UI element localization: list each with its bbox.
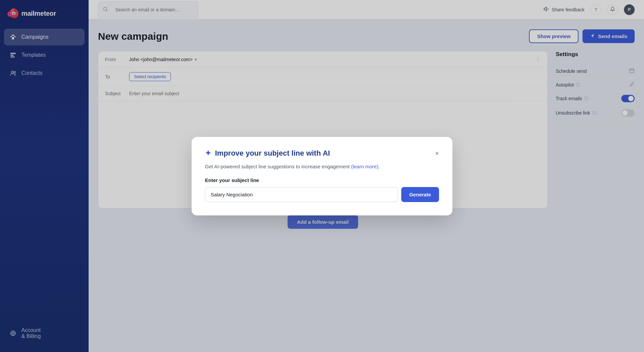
modal-description: Get AI-powered subject line suggestions …	[205, 164, 439, 169]
modal-overlay[interactable]: ✦ Improve your subject line with AI × Ge…	[0, 0, 644, 352]
modal-header: ✦ Improve your subject line with AI ×	[205, 149, 439, 158]
generate-button[interactable]: Generate	[401, 187, 439, 202]
subject-line-input[interactable]	[205, 187, 398, 202]
learn-more-link[interactable]: (learn more)	[351, 164, 379, 169]
modal-input-label: Enter your subject line	[205, 177, 439, 183]
ai-subject-modal: ✦ Improve your subject line with AI × Ge…	[192, 137, 452, 215]
modal-close-button[interactable]: ×	[435, 150, 439, 157]
modal-input-row: Generate	[205, 187, 439, 202]
ai-icon: ✦	[205, 149, 211, 158]
modal-title: ✦ Improve your subject line with AI	[205, 149, 330, 158]
